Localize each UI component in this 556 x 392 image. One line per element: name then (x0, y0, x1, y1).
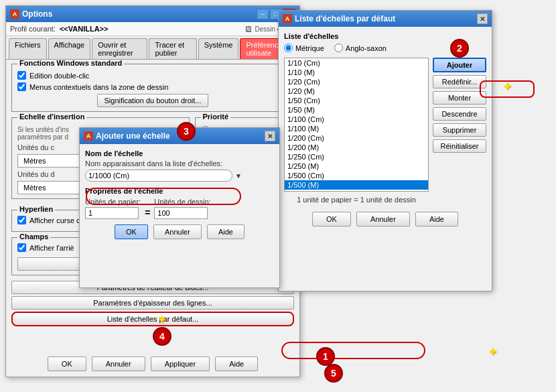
cursor-star-2: ✦ (502, 79, 512, 94)
annotation-5: 5 (324, 364, 343, 383)
scale-name-sublabel: Nom apparaissant dans la liste d'échelle… (85, 159, 274, 168)
redefine-scale-button[interactable]: Redéfinir... (433, 75, 486, 88)
main-apply-button[interactable]: Appliquer (151, 356, 210, 371)
scale-list-item[interactable]: 1/50 (M) (285, 105, 428, 115)
scale-list-box[interactable]: 1/10 (Cm)1/10 (M)1/20 (Cm)1/20 (M)1/50 (… (284, 58, 429, 192)
scale-info: 1 unité de papier = 1 unité de dessin (284, 196, 429, 204)
scale-list-layout: 1/10 (Cm)1/10 (M)1/20 (Cm)1/20 (M)1/50 (… (284, 58, 486, 206)
scale-ok-button[interactable]: OK (312, 212, 351, 226)
tab-systeme[interactable]: Système (198, 38, 239, 59)
fields-title: Champs (17, 233, 50, 241)
scale-help-button[interactable]: Aide (415, 212, 458, 226)
annotation-4: 4 (153, 327, 171, 346)
tab-affichage[interactable]: Affichage (48, 38, 91, 59)
main-window-titlebar: A Options ─ □ ✕ (6, 6, 299, 22)
delete-scale-button[interactable]: Supprimer (433, 123, 486, 137)
scale-list-item[interactable]: 1/200 (Cm) (285, 133, 428, 143)
scale-list-item[interactable]: 1/10 (M) (285, 68, 428, 77)
minimize-button[interactable]: ─ (257, 9, 269, 19)
radio-anglosaxon[interactable] (334, 44, 343, 52)
tab-ouvrir[interactable]: Ouvrir et enregistrer (92, 38, 147, 59)
checkbox-edition-label: Edition double-clic (29, 72, 89, 80)
scale-list-item[interactable]: 1/250 (M) (285, 161, 428, 171)
add-scale-content: Nom de l'échelle Nom apparaissant dans l… (80, 144, 279, 245)
line-weight-button[interactable]: Paramètres d'épaisseur des lignes... (11, 296, 294, 310)
scale-list-item[interactable]: 1/250 (Cm) (285, 152, 428, 161)
scale-list-oval (281, 342, 425, 359)
right-button-meaning[interactable]: Signification du bouton droit... (97, 94, 209, 107)
checkbox-row-menus: Menus contextuels dans la zone de dessin (17, 82, 288, 91)
scale-list-right: Ajouter Redéfinir... Monter Descendre Su… (433, 58, 486, 206)
tab-bar: Fichiers Affichage Ouvrir et enregistrer… (6, 36, 299, 60)
scale-list-left: 1/10 (Cm)1/10 (M)1/20 (Cm)1/20 (M)1/50 (… (284, 58, 429, 206)
main-ok-button[interactable]: OK (48, 356, 86, 371)
profile-value: <<VANILLA>> (60, 25, 109, 33)
scale-list-item[interactable]: 1/10 (Cm) (285, 58, 428, 68)
scale-name-label: Nom de l'échelle (85, 149, 274, 157)
cursor-star-4: ✦ (157, 312, 167, 327)
scale-list-item[interactable]: 1/500 (M) (285, 180, 428, 190)
add-scale-title: Ajouter une échelle (96, 131, 170, 141)
annotation-1: 1 (316, 347, 335, 366)
scale-name-field-row: ▼ (85, 170, 274, 182)
unit-d-label: Unités du d (17, 170, 71, 178)
paper-units-field: Unités de papier: (85, 198, 141, 219)
scale-list-item[interactable]: 1/200 (M) (285, 143, 428, 152)
main-bottom-buttons: OK Annuler Appliquer Aide (6, 356, 299, 371)
drawing-icon: 🖼 (245, 25, 252, 33)
scale-list-item[interactable]: 1/20 (M) (285, 86, 428, 96)
profile-label: Profil courant: (10, 25, 56, 33)
scale-list-title: Liste d'échelles par défaut (295, 14, 395, 23)
add-scale-ok-button[interactable]: OK (115, 224, 148, 239)
scale-list-item[interactable]: 1/100 (Cm) (285, 115, 428, 124)
checkbox-row-edition: Edition double-clic (17, 71, 288, 80)
scale-list-item[interactable]: 1/100 (M) (285, 124, 428, 133)
scale-list-default-button[interactable]: Liste d'échelles par défaut... (11, 312, 294, 326)
checkbox-menus-label: Menus contextuels dans la zone de dessin (29, 83, 168, 91)
radio-metric[interactable] (284, 44, 293, 52)
reset-button[interactable]: Réinitialiser (433, 139, 486, 153)
cursor-star-1: ✦ (488, 344, 498, 359)
checkbox-fields[interactable] (17, 243, 26, 252)
add-scale-button[interactable]: Ajouter (433, 58, 486, 72)
scale-cancel-button[interactable]: Annuler (356, 212, 410, 226)
windows-functions-title: Fonctions Windows standard (17, 60, 124, 67)
scale-list-item[interactable]: 1/500 (Cm) (285, 171, 428, 180)
scale-list-item[interactable]: 1/20 (Cm) (285, 77, 428, 86)
scale-list-bottom: OK Annuler Aide (284, 212, 486, 226)
radio-anglosaxon-label: Anglo-saxon (346, 44, 387, 52)
fields-checkbox-label: Afficher l'arriè (29, 244, 74, 252)
checkbox-edition[interactable] (17, 71, 26, 80)
add-scale-buttons: OK Annuler Aide (85, 224, 274, 239)
tab-tracer[interactable]: Tracer et publier (149, 38, 196, 59)
dropdown-arrow: ▼ (235, 172, 242, 180)
hyperlink-title: Hyperlien (17, 205, 55, 213)
windows-functions-group: Fonctions Windows standard Edition doubl… (11, 64, 294, 112)
props-row: Unités de papier: = Unités de dessin: (85, 198, 274, 219)
paper-units-input[interactable] (85, 207, 139, 219)
annotation-2: 2 (450, 39, 469, 58)
tab-fichiers[interactable]: Fichiers (9, 38, 47, 59)
paper-units-label: Unités de papier: (85, 198, 141, 206)
main-help-button[interactable]: Aide (215, 356, 258, 371)
priority-title: Priorité (201, 113, 231, 121)
move-down-button[interactable]: Descendre (433, 107, 486, 121)
checkbox-hyperlink[interactable] (17, 216, 26, 224)
add-scale-help-button[interactable]: Aide (207, 224, 245, 239)
scale-name-input[interactable] (85, 170, 232, 182)
main-window-title: Options (22, 9, 52, 19)
annotation-3: 3 (177, 122, 196, 141)
scale-list-close[interactable]: ✕ (477, 13, 488, 24)
add-scale-window: A Ajouter une échelle ✕ Nom de l'échelle… (79, 127, 280, 288)
design-units-label: Unités de dessin: (154, 198, 210, 206)
insertion-scale-title: Echelle d'insertion (17, 113, 86, 121)
add-scale-close[interactable]: ✕ (265, 131, 275, 141)
checkbox-menus[interactable] (17, 82, 26, 91)
design-units-input[interactable] (154, 207, 208, 219)
main-cancel-button[interactable]: Annuler (92, 356, 145, 371)
add-scale-icon: A (84, 131, 93, 141)
add-scale-cancel-button[interactable]: Annuler (153, 224, 202, 239)
scale-list-item[interactable]: 1/50 (Cm) (285, 96, 428, 105)
move-up-button[interactable]: Monter (433, 91, 486, 105)
scale-list-icon: A (283, 14, 292, 23)
